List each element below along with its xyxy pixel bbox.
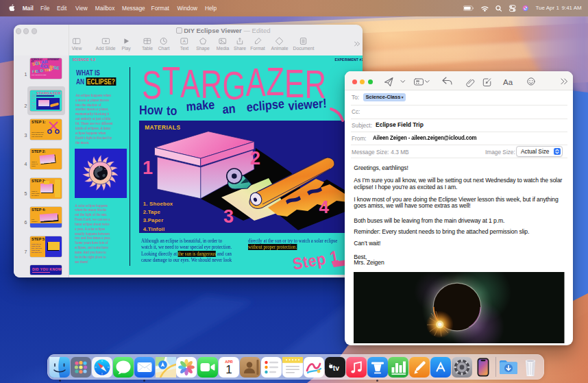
svg-text:2: 2 xyxy=(250,148,260,169)
svg-text:1: 1 xyxy=(143,158,153,178)
svg-text:3: 3 xyxy=(223,206,234,227)
svg-text:tv: tv xyxy=(333,363,339,371)
svg-text:1: 1 xyxy=(225,363,232,376)
svg-text:A: A xyxy=(183,39,186,43)
svg-text:Aa: Aa xyxy=(503,78,513,86)
